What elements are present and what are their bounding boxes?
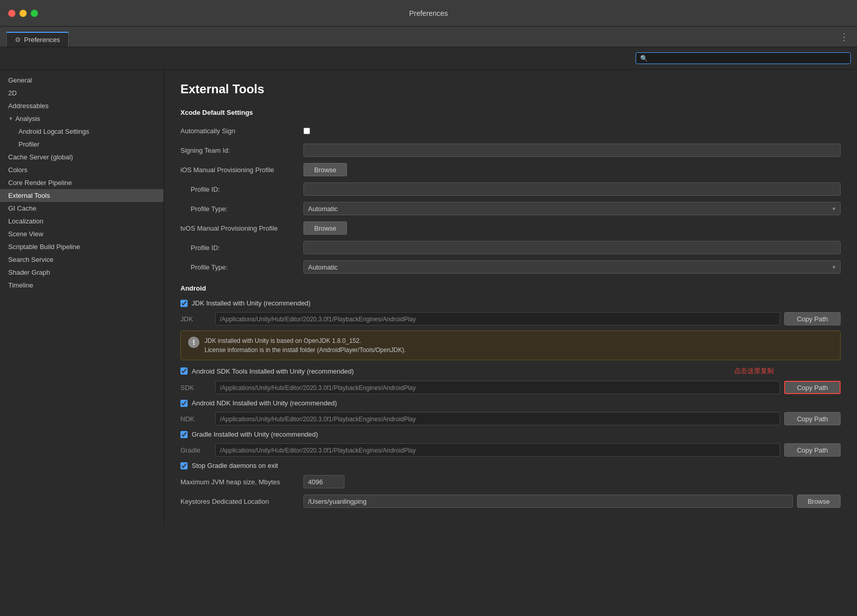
warning-icon: ! [188, 337, 199, 348]
tvos-profile-type-wrapper: Automatic Development Distribution ▼ [303, 260, 841, 274]
search-wrapper: 🔍 [636, 52, 851, 64]
search-bar: 🔍 [0, 47, 857, 70]
ndk-copy-path-button[interactable]: Copy Path [784, 412, 841, 425]
ios-profile-id-label: Profile ID: [180, 186, 303, 193]
xcode-section-title: Xcode Default Settings [180, 109, 841, 116]
sidebar: General 2D Addressables ▼ Analysis Andro… [0, 70, 164, 526]
auto-sign-checkbox[interactable] [303, 128, 310, 134]
annotation-text: 点击这里复制 [734, 366, 841, 376]
sidebar-item-external-tools[interactable]: External Tools [0, 189, 164, 202]
max-jvm-row: Maximum JVM heap size, Mbytes [180, 475, 841, 489]
jdk-path-row: JDK /Applications/Unity/Hub/Editor/2020.… [180, 312, 841, 325]
more-options-icon[interactable]: ⋮ [840, 31, 849, 43]
content-area: General 2D Addressables ▼ Analysis Andro… [0, 70, 857, 526]
signing-team-input[interactable] [303, 143, 841, 157]
tvos-profile-id-input[interactable] [303, 241, 841, 254]
sidebar-item-analysis[interactable]: ▼ Analysis [0, 112, 164, 125]
ios-profile-type-row: Profile Type: Automatic Development Dist… [180, 201, 841, 216]
signing-team-row: Signing Team Id: [180, 143, 841, 157]
jdk-checkbox-label: JDK Installed with Unity (recommended) [192, 299, 311, 307]
gradle-checkbox-label: Gradle Installed with Unity (recommended… [192, 430, 318, 438]
ios-profile-id-row: Profile ID: [180, 182, 841, 196]
max-jvm-label: Maximum JVM heap size, Mbytes [180, 478, 303, 486]
sidebar-item-timeline[interactable]: Timeline [0, 279, 164, 292]
tvos-provisioning-label: tvOS Manual Provisioning Profile [180, 224, 303, 232]
minimize-button[interactable] [19, 10, 27, 17]
gear-icon: ⚙ [15, 36, 21, 44]
title-bar: Preferences [0, 0, 857, 27]
jdk-label: JDK [180, 315, 211, 323]
jdk-checkbox[interactable] [180, 300, 188, 307]
signing-team-label: Signing Team Id: [180, 147, 303, 154]
search-icon: 🔍 [640, 55, 648, 62]
max-jvm-input[interactable] [303, 475, 344, 488]
sidebar-item-profiler[interactable]: Profiler [0, 138, 164, 151]
sidebar-item-gi-cache[interactable]: GI Cache [0, 202, 164, 215]
jdk-path-value: /Applications/Unity/Hub/Editor/2020.3.0f… [215, 312, 780, 325]
keystores-label: Keystores Dedicated Location [180, 498, 303, 505]
sidebar-item-scriptable-build[interactable]: Scriptable Build Pipeline [0, 240, 164, 253]
ndk-path-value: /Applications/Unity/Hub/Editor/2020.3.0f… [215, 412, 780, 425]
ndk-checkbox-row: Android NDK Installed with Unity (recomm… [180, 399, 841, 407]
window-title: Preferences [409, 9, 447, 17]
xcode-section: Xcode Default Settings Automatically Sig… [180, 109, 841, 274]
sidebar-item-addressables[interactable]: Addressables [0, 99, 164, 112]
android-section-title: Android [180, 284, 841, 292]
chevron-down-icon: ▼ [8, 116, 13, 121]
sidebar-item-localization[interactable]: Localization [0, 215, 164, 228]
maximize-button[interactable] [31, 10, 38, 17]
search-input[interactable] [651, 54, 846, 62]
ndk-label: NDK [180, 415, 211, 423]
auto-sign-label: Automatically Sign [180, 127, 303, 135]
sdk-path-row: SDK /Applications/Unity/Hub/Editor/2020.… [180, 381, 841, 394]
sdk-checkbox[interactable] [180, 367, 188, 375]
close-button[interactable] [8, 10, 15, 17]
sidebar-item-core-render[interactable]: Core Render Pipeline [0, 176, 164, 189]
sidebar-item-android-logcat[interactable]: Android Logcat Settings [0, 125, 164, 138]
main-content: External Tools Xcode Default Settings Au… [164, 70, 857, 526]
keystores-input[interactable] [303, 495, 793, 508]
sdk-checkbox-label: Android SDK Tools Installed with Unity (… [192, 367, 354, 375]
ios-provisioning-label: iOS Manual Provisioning Profile [180, 166, 303, 174]
ios-provisioning-row: iOS Manual Provisioning Profile Browse [180, 162, 841, 177]
jdk-copy-path-button[interactable]: Copy Path [784, 312, 841, 325]
jdk-warning-text: JDK installed with Unity is based on Ope… [205, 336, 406, 355]
tvos-browse-button[interactable]: Browse [303, 221, 347, 235]
traffic-lights [8, 10, 38, 17]
ios-profile-type-label: Profile Type: [180, 205, 303, 213]
stop-gradle-row: Stop Gradle daemons on exit [180, 462, 841, 469]
tab-label: Preferences [24, 36, 60, 44]
sidebar-item-general[interactable]: General [0, 74, 164, 87]
tvos-profile-type-select[interactable]: Automatic Development Distribution [303, 260, 841, 274]
gradle-checkbox[interactable] [180, 431, 188, 438]
tvos-profile-id-label: Profile ID: [180, 244, 303, 252]
sdk-checkbox-row: Android SDK Tools Installed with Unity (… [180, 366, 841, 376]
sidebar-item-search-service[interactable]: Search Service [0, 253, 164, 266]
ios-browse-button[interactable]: Browse [303, 163, 347, 176]
sidebar-item-colors[interactable]: Colors [0, 163, 164, 176]
keystores-browse-button[interactable]: Browse [797, 495, 841, 508]
content-with-search: 🔍 General 2D Addressables ▼ Analysis And… [0, 47, 857, 526]
gradle-copy-path-button[interactable]: Copy Path [784, 443, 841, 457]
ndk-checkbox-label: Android NDK Installed with Unity (recomm… [192, 399, 337, 407]
sdk-copy-path-button[interactable]: Copy Path [784, 381, 841, 394]
page-title: External Tools [180, 82, 841, 96]
gradle-path-value: /Applications/Unity/Hub/Editor/2020.3.0f… [215, 443, 780, 457]
sidebar-item-cache-server[interactable]: Cache Server (global) [0, 151, 164, 163]
tvos-profile-type-label: Profile Type: [180, 263, 303, 271]
sdk-path-value: /Applications/Unity/Hub/Editor/2020.3.0f… [215, 381, 780, 394]
sidebar-item-shader-graph[interactable]: Shader Graph [0, 266, 164, 279]
ndk-path-row: NDK /Applications/Unity/Hub/Editor/2020.… [180, 412, 841, 425]
tvos-profile-id-row: Profile ID: [180, 240, 841, 255]
tvos-provisioning-row: tvOS Manual Provisioning Profile Browse [180, 221, 841, 235]
sidebar-item-2d[interactable]: 2D [0, 87, 164, 99]
gradle-label: Gradle [180, 446, 211, 454]
ios-profile-id-input[interactable] [303, 182, 841, 196]
preferences-tab[interactable]: ⚙ Preferences [6, 32, 69, 47]
sdk-label: SDK [180, 384, 211, 392]
ndk-checkbox[interactable] [180, 400, 188, 407]
ios-profile-type-select[interactable]: Automatic Development Distribution [303, 202, 841, 215]
stop-gradle-label: Stop Gradle daemons on exit [192, 462, 278, 469]
stop-gradle-checkbox[interactable] [180, 462, 188, 469]
sidebar-item-scene-view[interactable]: Scene View [0, 228, 164, 240]
